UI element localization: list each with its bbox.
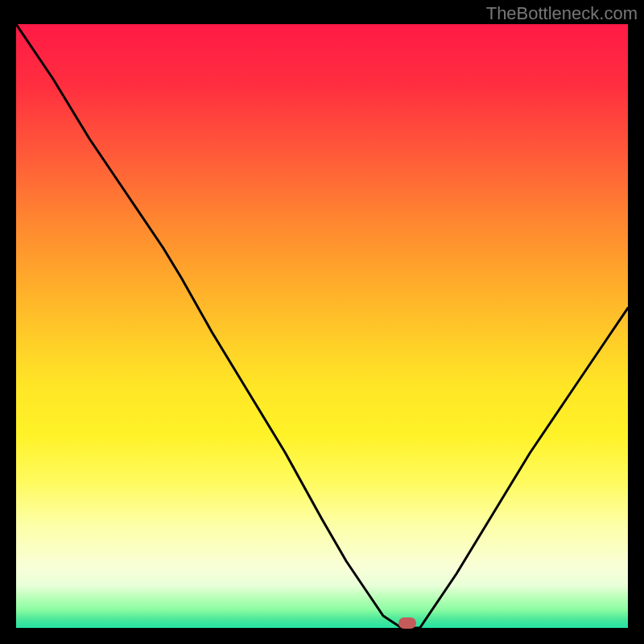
- minimum-marker: [398, 617, 416, 629]
- plot-area: [16, 24, 628, 628]
- curve-svg: [16, 24, 628, 628]
- chart-frame: TheBottleneck.com: [0, 0, 644, 644]
- watermark-text: TheBottleneck.com: [486, 3, 638, 24]
- bottleneck-curve: [16, 24, 628, 628]
